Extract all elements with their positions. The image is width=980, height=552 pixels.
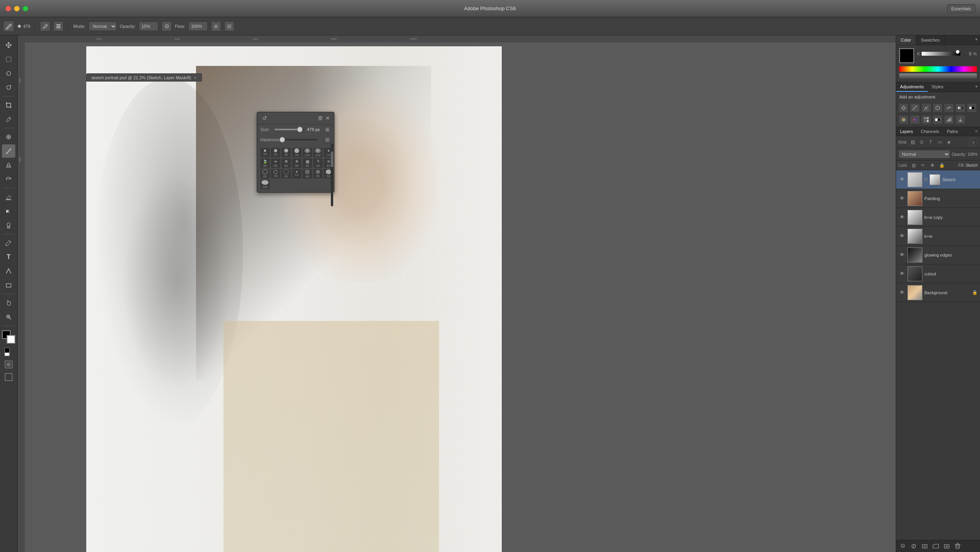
opacity-value[interactable]: 100% bbox=[967, 152, 978, 157]
filter-pixel-btn[interactable]: ▨ bbox=[909, 138, 916, 146]
delete-layer-btn[interactable] bbox=[953, 542, 962, 550]
brush-picker-scrollbar[interactable] bbox=[331, 144, 333, 206]
airbrush-button[interactable]: ⊛ bbox=[162, 21, 172, 31]
adj-tab[interactable]: Adjustments bbox=[896, 82, 928, 92]
brush-gear-button[interactable]: ⚙ bbox=[317, 115, 324, 122]
layer-visibility-glowing[interactable]: 👁 bbox=[898, 252, 906, 258]
brush-preset-36b[interactable]: ▦ 36 bbox=[303, 158, 312, 168]
color-panel-close[interactable]: ▾ bbox=[973, 35, 980, 45]
tool-stamp[interactable] bbox=[2, 158, 15, 172]
brush-picker-scrollthumb[interactable] bbox=[331, 151, 333, 167]
adj-brightness-btn[interactable] bbox=[898, 103, 909, 113]
adj-posterize-btn[interactable] bbox=[944, 115, 954, 124]
tool-path-select[interactable] bbox=[2, 264, 15, 278]
filter-shape-btn[interactable]: ▭ bbox=[936, 138, 944, 146]
layers-panel-menu[interactable]: ≡ bbox=[973, 127, 980, 136]
layer-item-painting[interactable]: 👁 Painting bbox=[896, 189, 980, 208]
essentials-button[interactable]: Essentials bbox=[947, 4, 975, 13]
brush-preset-36a[interactable]: ❄ 36 bbox=[292, 158, 301, 168]
tool-shape[interactable] bbox=[2, 279, 15, 292]
brush-preset-4[interactable]: 70 bbox=[292, 148, 301, 157]
opacity-input[interactable] bbox=[139, 22, 158, 31]
layers-tab[interactable]: Layers bbox=[896, 127, 917, 136]
size-slider-thumb[interactable] bbox=[297, 127, 303, 132]
brush-refresh-button[interactable]: ↺ bbox=[261, 115, 268, 122]
layer-item-cutout[interactable]: 👁 cutout bbox=[896, 264, 980, 283]
fill-value[interactable]: Sketch bbox=[965, 163, 978, 168]
brush-preset-100[interactable]: 100 bbox=[260, 180, 270, 189]
adj-photo-filter-btn[interactable] bbox=[898, 115, 909, 124]
filter-smartobj-btn[interactable]: ◈ bbox=[945, 138, 953, 146]
layer-mask-sketch[interactable] bbox=[929, 174, 940, 185]
adj-lookup-btn[interactable] bbox=[921, 115, 931, 124]
layer-item-background[interactable]: 👁 Background 🔒 bbox=[896, 283, 980, 302]
adj-vibrance-btn[interactable] bbox=[944, 103, 954, 113]
quick-mask-button[interactable] bbox=[4, 360, 13, 370]
tool-hand[interactable] bbox=[2, 296, 15, 310]
tool-lasso[interactable] bbox=[2, 67, 15, 80]
layer-link-btn[interactable] bbox=[898, 542, 907, 550]
layer-visibility-painting[interactable]: 👁 bbox=[898, 195, 906, 201]
layer-item-sketch[interactable]: 👁 ⛓ Sketch bbox=[896, 170, 980, 189]
minimize-button[interactable] bbox=[14, 6, 20, 11]
adj-gradient-btn[interactable] bbox=[955, 103, 965, 113]
size-slider[interactable] bbox=[274, 129, 305, 130]
tool-move[interactable] bbox=[2, 38, 15, 52]
brush-preset-63b[interactable]: 63 bbox=[281, 169, 291, 179]
adj-curves-btn[interactable] bbox=[910, 103, 920, 113]
tool-gradient[interactable] bbox=[2, 204, 15, 218]
brush-preset-2[interactable]: 42 bbox=[271, 148, 280, 157]
lock-all-btn[interactable]: 🔒 bbox=[938, 162, 946, 169]
brush-size-display[interactable]: ● 479 bbox=[17, 22, 30, 30]
brush-preset-leaf2[interactable]: ❧ 95 bbox=[271, 158, 280, 168]
brush-picker-close[interactable]: ✕ bbox=[325, 115, 330, 121]
tool-crop[interactable] bbox=[2, 98, 15, 112]
layer-item-glowing[interactable]: 👁 glowing edges bbox=[896, 246, 980, 264]
color-swatch-fg[interactable] bbox=[899, 48, 914, 63]
brush-preset-66[interactable]: 66 bbox=[260, 169, 270, 179]
brush-preset-48[interactable]: 48 bbox=[303, 169, 312, 179]
layer-visibility-cutout[interactable]: 👁 bbox=[898, 271, 906, 277]
layer-visibility-bw[interactable]: 👁 bbox=[898, 233, 906, 239]
color-spectrum-bar[interactable] bbox=[899, 66, 977, 72]
swatches-tab[interactable]: Swatches bbox=[916, 35, 945, 45]
tool-dodge[interactable] bbox=[2, 219, 15, 232]
layer-visibility-bwcopy[interactable]: 👁 bbox=[898, 214, 906, 220]
flow-input[interactable] bbox=[188, 22, 208, 31]
color-swatches[interactable] bbox=[2, 330, 15, 344]
tab-close[interactable]: ✕ bbox=[194, 76, 197, 80]
add-effect-btn[interactable]: ƒ bbox=[909, 542, 918, 550]
close-button[interactable] bbox=[5, 6, 11, 11]
screen-mode-button[interactable] bbox=[4, 373, 13, 382]
adj-channel-btn[interactable] bbox=[910, 115, 920, 124]
brush-preset-39[interactable]: 39 bbox=[271, 169, 280, 179]
mode-select[interactable]: Normal Multiply Screen Overlay bbox=[89, 22, 117, 31]
brush-preset-3[interactable]: 55 bbox=[281, 148, 291, 157]
canvas-area[interactable]: sketch portrait.psd @ 21.2% (Sketch, Lay… bbox=[18, 35, 896, 552]
standard-colors-icon[interactable] bbox=[4, 348, 13, 356]
adj-balance-btn[interactable] bbox=[933, 103, 943, 113]
blend-mode-select[interactable]: Normal Multiply Screen Overlay Soft Ligh… bbox=[898, 150, 950, 158]
adj-panel-close[interactable]: ▾ bbox=[973, 82, 980, 92]
adj-levels-btn[interactable] bbox=[921, 103, 931, 113]
k-slider-thumb[interactable] bbox=[956, 50, 960, 54]
filter-adjust-btn[interactable]: ⊙ bbox=[918, 138, 926, 146]
tablet-pressure-button[interactable]: ⊕ bbox=[211, 21, 221, 31]
k-slider[interactable] bbox=[922, 52, 960, 56]
background-color[interactable] bbox=[7, 335, 15, 344]
size-input-button[interactable]: ⊞ bbox=[324, 126, 331, 133]
brush-preset-5[interactable]: 112 bbox=[303, 148, 312, 157]
toggle-extras-button[interactable]: ⊞ bbox=[224, 21, 234, 31]
styles-tab[interactable]: Styles bbox=[928, 82, 947, 92]
tool-zoom[interactable] bbox=[2, 310, 15, 324]
adj-invert-btn[interactable] bbox=[933, 115, 943, 124]
add-group-btn[interactable] bbox=[931, 542, 940, 550]
brush-options-button[interactable] bbox=[53, 21, 64, 31]
tool-healing[interactable] bbox=[2, 130, 15, 144]
layer-item-bwcopy[interactable]: 👁 b+w copy bbox=[896, 208, 980, 227]
tool-brush[interactable] bbox=[2, 144, 15, 158]
tool-quick-select[interactable] bbox=[2, 81, 15, 94]
layer-visibility-background[interactable]: 👁 bbox=[898, 290, 906, 295]
adj-selective-btn[interactable] bbox=[955, 115, 965, 124]
brush-preset-splat[interactable]: ✼ 90 bbox=[281, 158, 291, 168]
